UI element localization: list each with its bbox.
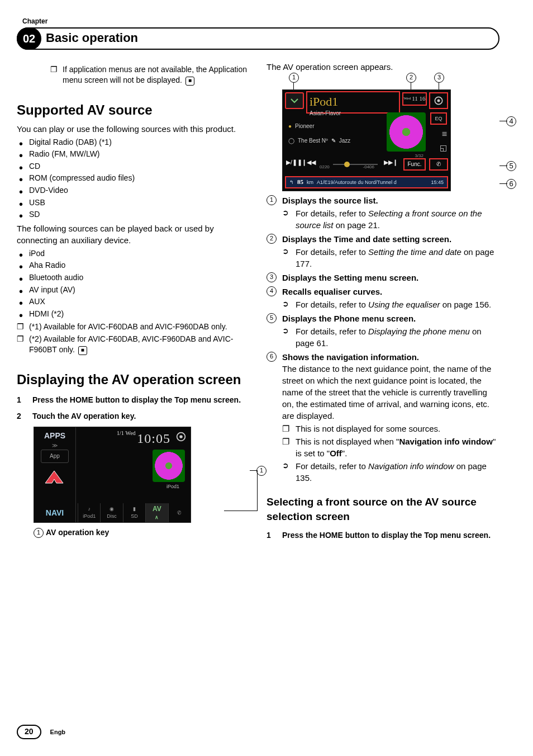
- person-icon: ●: [288, 122, 292, 130]
- intro-note: If application menus are not available, …: [50, 64, 250, 86]
- legend-detail: For details, refer to Selecting a front …: [282, 207, 499, 231]
- nav-arrow-icon[interactable]: [43, 470, 65, 485]
- section-end-icon: [185, 77, 194, 86]
- legend-title: Recalls equaliser curves.: [282, 287, 382, 296]
- step-1: 1 Press the HOME button to display the T…: [17, 395, 250, 406]
- bold-term: Navigation info window: [399, 437, 493, 446]
- legend-detail: For details, refer to Displaying the pho…: [282, 325, 499, 349]
- legend-note: This is not displayed for some sources.: [282, 423, 499, 434]
- callout-1: 1: [289, 73, 299, 83]
- album-source-label: iPod1: [166, 483, 179, 490]
- legend-item: 3 Displays the Setting menu screen.: [266, 272, 499, 284]
- legend-num: 3: [266, 272, 277, 282]
- text: ".: [342, 448, 348, 458]
- list-item: Bluetooth audio: [17, 272, 250, 284]
- album-art[interactable]: [153, 450, 185, 482]
- footnote-list: (*1) Available for AVIC-F60DAB and AVIC-…: [17, 322, 250, 356]
- date-value: 11 16: [412, 94, 425, 103]
- remaining-time: -0406: [363, 164, 374, 170]
- svg-point-2: [179, 435, 183, 438]
- list-item: Aha Radio: [17, 260, 250, 271]
- chapter-number-badge: 02: [17, 27, 41, 50]
- phone-icon: ✆: [436, 160, 441, 168]
- legend-label-rest: operation key: [56, 528, 109, 537]
- time: 10:05: [137, 431, 170, 446]
- text: For details, refer to: [296, 327, 368, 336]
- callout-line: [499, 166, 507, 166]
- legend-item: 6 Shows the navigation information. The …: [266, 351, 499, 484]
- app-tile[interactable]: App: [41, 450, 69, 463]
- callout-5: 5: [506, 161, 516, 171]
- top-menu-screenshot-figure: APPS ≫ App NAVI 1/1 Wed 10:05: [34, 427, 250, 523]
- top-menu-screenshot: APPS ≫ App NAVI 1/1 Wed 10:05: [34, 427, 191, 523]
- footnote: (*2) Available for AVIC-F60DAB, AVIC-F96…: [17, 334, 250, 356]
- source-list-button[interactable]: [285, 92, 304, 109]
- func-button[interactable]: Func.: [403, 158, 426, 171]
- list-item: SD: [17, 209, 250, 220]
- callout-line: [499, 183, 507, 184]
- sel-step-1: 1 Press the HOME button to display the T…: [266, 530, 499, 541]
- edit-icon[interactable]: ✎: [331, 137, 336, 145]
- datetime-button[interactable]: Wed 11 16: [402, 92, 427, 106]
- callout-6: 6: [506, 179, 516, 189]
- apps-chevron-icon: ≫: [36, 442, 73, 450]
- legend-num: 2: [266, 234, 277, 244]
- source-list-2: iPod Aha Radio Bluetooth audio AV input …: [17, 248, 250, 320]
- text: For details, refer to: [296, 209, 368, 218]
- step-text: Press the HOME button to display the Top…: [282, 531, 491, 540]
- phone-icon: ✆: [177, 509, 182, 517]
- callout-line: [293, 83, 294, 89]
- legend-note: This is not displayed when "Navigation i…: [282, 436, 499, 459]
- phone-button[interactable]: ✆: [429, 158, 448, 171]
- clock[interactable]: 1/1 Wed 10:05: [117, 429, 170, 448]
- tab-disc[interactable]: ◉Disc: [100, 503, 122, 522]
- tab-ipod[interactable]: ♪iPod1: [78, 503, 100, 522]
- list-icon[interactable]: ≡: [442, 128, 447, 140]
- legend-1: 1 AV operation key: [17, 527, 250, 538]
- legend-item: 4 Recalls equaliser curves. For details,…: [266, 286, 499, 310]
- apps-label[interactable]: APPS: [36, 431, 73, 442]
- legend-item: 2 Displays the Time and date setting scr…: [266, 233, 499, 270]
- source-title-area: iPod1 Asian-Flavor: [306, 91, 400, 114]
- section-end-icon: [78, 346, 87, 355]
- legend-num: 1: [34, 528, 44, 538]
- nav-street: A1/E19/Autoroute du Nord/Tunnel d: [317, 179, 397, 186]
- disc-icon: ◯: [288, 137, 294, 145]
- play-pause-button[interactable]: ▶/❚❚: [286, 158, 302, 167]
- legend-detail: For details, refer to Using the equalise…: [282, 299, 499, 310]
- settings-button[interactable]: [429, 92, 448, 109]
- text: on page 21.: [334, 220, 380, 230]
- callout-line: [257, 470, 258, 511]
- text: For details, refer to: [296, 300, 368, 309]
- album-row: ◯ The Best Nº ✎ Jazz: [288, 137, 383, 145]
- legend-title: Displays the Phone menu screen.: [282, 314, 416, 323]
- navi-label[interactable]: NAVI: [36, 508, 73, 519]
- ref-italic: Displaying the phone menu: [368, 327, 470, 336]
- footnote: (*1) Available for AVIC-F60DAB and AVIC-…: [17, 322, 250, 333]
- window-icon[interactable]: ◱: [440, 143, 447, 154]
- legend-item: 1 Displays the source list. For details,…: [266, 195, 499, 231]
- weekday: Wed: [404, 96, 411, 102]
- eq-button[interactable]: EQ: [430, 112, 447, 125]
- text: on page 156.: [440, 300, 491, 309]
- list-item: AV input (AV): [17, 285, 250, 296]
- text: For details, refer to: [296, 461, 368, 471]
- step-number: 1: [266, 530, 280, 541]
- tab-label: SD: [131, 513, 138, 520]
- tab-sd[interactable]: ▮SD: [123, 503, 145, 522]
- tab-av[interactable]: AV∧: [145, 503, 168, 522]
- tab-label: AV: [153, 504, 161, 514]
- av-screenshot-figure: iPod1 Asian-Flavor Wed 11 16 EQ ≡ ◱ 3/32: [282, 89, 499, 191]
- step-text: Touch the AV operation key.: [32, 412, 136, 420]
- nav-distance: 85: [297, 178, 303, 186]
- gear-icon[interactable]: [175, 431, 187, 443]
- nav-info-bar[interactable]: ↰ 85 km A1/E19/Autoroute du Nord/Tunnel …: [285, 176, 448, 188]
- ref-italic: Navigation info window: [368, 461, 454, 471]
- legend-title: Displays the source list.: [282, 196, 378, 205]
- progress-handle[interactable]: [344, 162, 350, 167]
- tab-phone[interactable]: ✆: [168, 503, 191, 522]
- track-title: Asian-Flavor: [310, 110, 397, 117]
- source-title: iPod1: [310, 93, 397, 111]
- legend-num: 5: [266, 313, 277, 323]
- legend-label-bold: AV: [46, 528, 56, 537]
